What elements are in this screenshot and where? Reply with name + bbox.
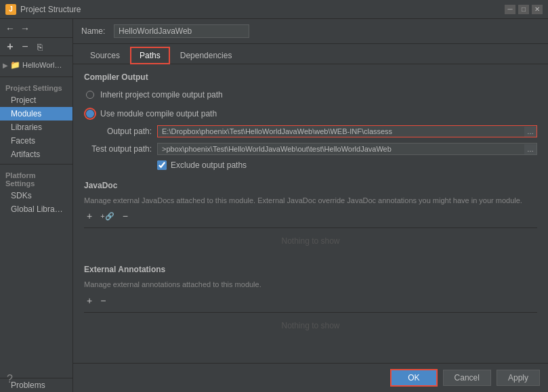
bottom-bar: OK Cancel Apply: [73, 363, 548, 392]
javadoc-add-button[interactable]: +: [84, 210, 95, 222]
compiler-output-title: Compiler Output: [84, 72, 537, 82]
use-module-radio[interactable]: [86, 110, 94, 118]
ext-annotations-description: Manage external annotations attached to …: [84, 280, 537, 290]
app-icon: J: [5, 4, 16, 15]
remove-module-button[interactable]: −: [19, 41, 31, 53]
add-module-button[interactable]: +: [4, 41, 16, 53]
javadoc-title: JavaDoc: [84, 181, 537, 190]
tab-dependencies[interactable]: Dependencies: [171, 47, 241, 64]
module-tree: ▶ 📁 HelloWorl…: [0, 56, 72, 74]
nav-item-artifacts[interactable]: Artifacts: [0, 148, 72, 161]
back-button[interactable]: ←: [4, 22, 16, 35]
nav-item-libraries[interactable]: Libraries: [0, 121, 72, 134]
folder-icon: 📁: [10, 60, 20, 70]
external-annotations-section: External Annotations Manage external ann…: [84, 265, 537, 338]
output-path-input[interactable]: [158, 126, 524, 137]
test-output-path-label: Test output path:: [84, 144, 152, 154]
left-panel: ← → + − ⎘ ▶ 📁 HelloWorl… Project Setting…: [0, 19, 73, 392]
maximize-button[interactable]: □: [518, 5, 529, 14]
tree-node-helloworld[interactable]: ▶ 📁 HelloWorl…: [0, 59, 72, 71]
test-output-path-wrapper: …: [157, 143, 537, 155]
ext-annotations-nothing: Nothing to show: [84, 312, 537, 339]
exclude-label: Exclude output paths: [171, 160, 247, 170]
help-button[interactable]: ?: [7, 373, 13, 385]
main-container: ← → + − ⎘ ▶ 📁 HelloWorl… Project Setting…: [0, 19, 548, 392]
inherit-radio[interactable]: [86, 91, 94, 99]
project-settings-label: Project Settings: [0, 80, 72, 93]
chevron-icon: ▶: [3, 62, 8, 69]
title-bar-text: Project Structure: [20, 5, 505, 14]
forward-button[interactable]: →: [19, 22, 31, 35]
test-output-path-row: Test output path: …: [84, 143, 537, 155]
copy-module-button[interactable]: ⎘: [34, 41, 46, 53]
tree-node-label: HelloWorl…: [22, 61, 62, 69]
use-module-radio-row: Use module compile output path: [84, 106, 537, 121]
output-path-wrapper: …: [157, 125, 537, 137]
nav-item-sdks[interactable]: SDKs: [0, 189, 72, 202]
nav-divider-1: [0, 77, 72, 77]
platform-settings-label: Platform Settings: [0, 167, 72, 189]
tab-paths[interactable]: Paths: [130, 47, 170, 64]
ext-remove-button[interactable]: −: [98, 295, 108, 307]
tab-sources[interactable]: Sources: [81, 47, 129, 64]
nav-item-modules[interactable]: Modules: [0, 107, 72, 121]
apply-button[interactable]: Apply: [497, 370, 540, 386]
exclude-checkbox-row: Exclude output paths: [157, 160, 537, 170]
cancel-button[interactable]: Cancel: [443, 370, 491, 386]
exclude-checkbox[interactable]: [157, 160, 167, 170]
right-panel: Name: Sources Paths Dependencies Compile…: [73, 19, 548, 392]
ok-button[interactable]: OK: [390, 369, 437, 387]
use-module-radio-highlight: [84, 108, 96, 120]
javadoc-toolbar: + +🔗 −: [84, 210, 537, 222]
left-scroll-area: + − ⎘ ▶ 📁 HelloWorl… Project Settings Pr…: [0, 38, 72, 378]
output-path-browse-button[interactable]: …: [524, 127, 536, 137]
tabs-row: Sources Paths Dependencies: [73, 44, 548, 64]
output-path-row: Output path: …: [84, 125, 537, 137]
name-input[interactable]: [114, 24, 249, 38]
ext-add-button[interactable]: +: [84, 295, 95, 307]
nav-divider-2: [0, 164, 72, 165]
content-area: Compiler Output Inherit project compile …: [73, 64, 548, 363]
test-output-path-input[interactable]: [158, 144, 524, 154]
inherit-label: Inherit project compile output path: [100, 90, 223, 100]
ext-annotations-toolbar: + −: [84, 295, 537, 307]
output-path-label: Output path:: [84, 127, 152, 136]
name-label: Name:: [81, 26, 108, 36]
nav-item-project[interactable]: Project: [0, 93, 72, 107]
nav-item-facets[interactable]: Facets: [0, 134, 72, 148]
javadoc-section: JavaDoc Manage external JavaDocs attache…: [84, 181, 537, 254]
inherit-radio-row: Inherit project compile output path: [84, 87, 537, 102]
javadoc-nothing: Nothing to show: [84, 227, 537, 254]
ext-annotations-title: External Annotations: [84, 265, 537, 274]
close-button[interactable]: ✕: [532, 5, 543, 14]
name-row: Name:: [73, 19, 548, 44]
minimize-button[interactable]: ─: [505, 5, 515, 14]
left-toolbar: ← →: [0, 19, 72, 38]
nav-item-global-libs[interactable]: Global Libra…: [0, 202, 72, 216]
title-bar: J Project Structure ─ □ ✕: [0, 0, 548, 19]
test-output-path-browse-button[interactable]: …: [524, 144, 536, 154]
javadoc-description: Manage external JavaDocs attached to thi…: [84, 196, 537, 206]
javadoc-add-url-button[interactable]: +🔗: [98, 211, 117, 221]
use-module-label: Use module compile output path: [100, 109, 217, 118]
javadoc-remove-button[interactable]: −: [120, 210, 131, 222]
title-bar-controls: ─ □ ✕: [505, 5, 543, 14]
